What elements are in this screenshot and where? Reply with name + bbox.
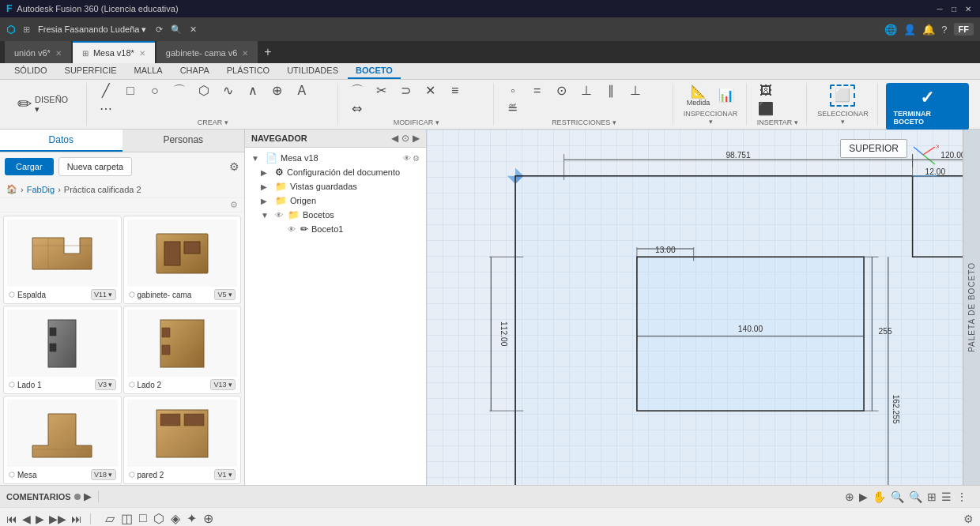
modificar-break-btn[interactable]: ✕ bbox=[420, 83, 442, 99]
crear-more-btn[interactable]: ⋯ bbox=[95, 101, 117, 117]
notification-icon[interactable]: 🔔 bbox=[922, 24, 935, 36]
sketch-tool-5[interactable]: ◈ bbox=[171, 511, 180, 526]
crear-spline-btn[interactable]: ∿ bbox=[217, 83, 239, 99]
rest-dim-btn[interactable]: ≝ bbox=[502, 101, 524, 117]
thumbnail-lado1[interactable]: ⬡ Lado 1 V3 ▾ bbox=[3, 306, 122, 394]
inspect-measure-btn[interactable]: 📐 Medida bbox=[684, 84, 714, 108]
thumbnail-espalda[interactable]: ⬡ Espalda V11 ▾ bbox=[3, 216, 122, 304]
crear-line-btn[interactable]: ╱ bbox=[95, 83, 117, 99]
thumb-mesa-version[interactable]: V18 ▾ bbox=[91, 469, 116, 480]
statusbar-icon-6[interactable]: ⊞ bbox=[927, 490, 937, 503]
nav-vistas-expand[interactable]: ▶ bbox=[261, 182, 272, 191]
search-icon[interactable]: 🔍 bbox=[171, 24, 182, 35]
nav-mesa-settings-icon[interactable]: ⚙ bbox=[413, 154, 420, 163]
app-grid-icon[interactable]: ⊞ bbox=[23, 24, 30, 35]
nav-origen-expand[interactable]: ▶ bbox=[261, 197, 272, 205]
nav-collapse-icon[interactable]: ◀ bbox=[391, 133, 398, 144]
maximize-button[interactable]: □ bbox=[948, 3, 959, 14]
sketch-tool-6[interactable]: ✦ bbox=[187, 511, 197, 526]
panel-tab-personas[interactable]: Personas bbox=[122, 130, 245, 152]
crear-circle-btn[interactable]: ○ bbox=[144, 83, 166, 99]
tab-mesa[interactable]: ⊞ Mesa v18* ✕ bbox=[73, 41, 155, 63]
crear-arc-btn[interactable]: ⌒ bbox=[168, 83, 190, 99]
modificar-fillet-btn[interactable]: ⌒ bbox=[346, 83, 368, 99]
nav-item-config[interactable]: ▶ ⚙ Configuración del documento bbox=[245, 165, 426, 179]
nav-item-bocetos[interactable]: ▼ 👁 📁 Bocetos bbox=[245, 208, 426, 222]
cargar-button[interactable]: Cargar bbox=[5, 158, 54, 175]
tab-gabinete[interactable]: gabinete- cama v6 ✕ bbox=[156, 41, 258, 63]
modificar-extend-btn[interactable]: ⊃ bbox=[395, 83, 417, 99]
nav-mesa-expand[interactable]: ▼ bbox=[251, 154, 262, 163]
breadcrumb-home-icon[interactable]: 🏠 bbox=[6, 184, 17, 194]
finish-sketch-button[interactable]: ✓ TERMINAR BOCETO bbox=[886, 83, 969, 130]
tab-mesa-close[interactable]: ✕ bbox=[139, 49, 145, 58]
thumb-gabinete-version[interactable]: V5 ▾ bbox=[214, 289, 236, 300]
inspect-curvature-btn[interactable]: 📊 bbox=[715, 88, 737, 103]
tab-add-button[interactable]: + bbox=[259, 41, 276, 63]
thumb-lado2-version[interactable]: V13 ▾ bbox=[210, 379, 236, 390]
statusbar-icon-2[interactable]: ▶ bbox=[859, 490, 868, 503]
ribbon-tab-superficie[interactable]: SUPERFICIE bbox=[57, 63, 125, 79]
sync-icon[interactable]: ⟳ bbox=[156, 24, 163, 35]
nav-item-boceto1[interactable]: 👁 ✏ Boceto1 bbox=[245, 222, 426, 236]
rest-concentric-btn[interactable]: ⊙ bbox=[551, 83, 573, 99]
close-button[interactable]: ✕ bbox=[963, 3, 974, 14]
nav-bocetos-expand[interactable]: ▼ bbox=[261, 211, 272, 220]
nav-bocetos-eye-icon[interactable]: 👁 bbox=[275, 211, 283, 220]
nav-item-mesa[interactable]: ▼ 📄 Mesa v18 👁 ⚙ bbox=[245, 151, 426, 165]
crear-polygon-btn[interactable]: ⬡ bbox=[193, 83, 215, 99]
thumbnail-pared2[interactable]: ⬡ pared 2 V1 ▾ bbox=[123, 396, 242, 484]
palette-panel[interactable]: PALETA DE BOCETO bbox=[963, 130, 980, 485]
sketch-tool-1[interactable]: ▱ bbox=[105, 511, 115, 526]
nav-config-expand[interactable]: ▶ bbox=[261, 168, 272, 177]
tab-union[interactable]: unión v6* ✕ bbox=[5, 41, 71, 63]
breadcrumb-fabdig[interactable]: FabDig bbox=[27, 185, 55, 194]
minimize-button[interactable]: ─ bbox=[934, 3, 945, 14]
statusbar-icon-8[interactable]: ⋮ bbox=[956, 490, 967, 503]
canvas-area[interactable]: SUPERIOR X bbox=[427, 130, 963, 485]
ribbon-tab-chapa[interactable]: CHAPA bbox=[172, 63, 217, 79]
select-window-btn[interactable]: ⬜ bbox=[830, 85, 855, 107]
appbar-close-icon[interactable]: ✕ bbox=[190, 24, 197, 35]
thumb-pared2-version[interactable]: V1 ▾ bbox=[214, 469, 236, 480]
sketch-tool-3[interactable]: □ bbox=[139, 511, 147, 526]
playback-gear-icon[interactable]: ⚙ bbox=[963, 513, 974, 525]
help-icon[interactable]: ? bbox=[941, 24, 947, 36]
online-icon[interactable]: 🌐 bbox=[884, 24, 897, 36]
thumbnail-mesa[interactable]: ⬡ Mesa V18 ▾ bbox=[3, 396, 122, 484]
rest-collinear-btn[interactable]: = bbox=[526, 83, 548, 99]
insert-dxf-btn[interactable]: ⬛ bbox=[755, 101, 777, 117]
sketch-tool-7[interactable]: ⊕ bbox=[203, 511, 213, 526]
play-prev-icon[interactable]: ◀ bbox=[22, 513, 31, 525]
nav-item-origen[interactable]: ▶ 📁 Origen bbox=[245, 193, 426, 208]
thumb-lado1-version[interactable]: V3 ▾ bbox=[95, 379, 116, 390]
panel-tab-datos[interactable]: Datos bbox=[0, 130, 122, 152]
account-icon[interactable]: 👤 bbox=[903, 24, 916, 36]
ribbon-tab-malla[interactable]: MALLA bbox=[126, 63, 171, 79]
modificar-mirror-btn[interactable]: ⇔ bbox=[346, 101, 368, 117]
thumb-espalda-version[interactable]: V11 ▾ bbox=[91, 289, 116, 300]
sketch-tool-2[interactable]: ◫ bbox=[121, 511, 133, 526]
panel-header-options-icon[interactable]: ⚙ bbox=[230, 200, 238, 210]
rest-midpoint-btn[interactable]: ⊥ bbox=[575, 83, 597, 99]
thumbnail-gabinete[interactable]: ⬡ gabinete- cama V5 ▾ bbox=[123, 216, 242, 304]
modificar-trim-btn[interactable]: ✂ bbox=[371, 83, 393, 99]
play-play-icon[interactable]: ▶ bbox=[36, 513, 44, 525]
panel-settings-icon[interactable]: ⚙ bbox=[229, 160, 239, 173]
statusbar-icon-3[interactable]: ✋ bbox=[873, 490, 886, 503]
statusbar-icon-4[interactable]: 🔍 bbox=[891, 490, 904, 503]
thumbnail-lado2[interactable]: ⬡ Lado 2 V13 ▾ bbox=[123, 306, 242, 394]
ribbon-tab-utilidades[interactable]: UTILIDADES bbox=[279, 63, 346, 79]
ribbon-tab-boceto[interactable]: BOCETO bbox=[348, 63, 401, 79]
ribbon-tab-solido[interactable]: SÓLIDO bbox=[6, 63, 55, 79]
user-avatar[interactable]: FF bbox=[954, 23, 974, 36]
insert-canvas-btn[interactable]: 🖼 bbox=[755, 83, 777, 99]
comentarios-expand-icon[interactable]: ▶ bbox=[84, 490, 92, 502]
crear-point-btn[interactable]: ⊕ bbox=[266, 83, 288, 99]
play-start-icon[interactable]: ⏮ bbox=[6, 513, 17, 525]
nav-close-icon[interactable]: ▶ bbox=[413, 133, 420, 144]
statusbar-icon-7[interactable]: ☰ bbox=[941, 490, 952, 503]
nav-item-vistas[interactable]: ▶ 📁 Vistas guardadas bbox=[245, 179, 426, 193]
ribbon-tab-plastico[interactable]: PLÁSTICO bbox=[219, 63, 277, 79]
rest-coincident-btn[interactable]: ◦ bbox=[502, 83, 524, 99]
